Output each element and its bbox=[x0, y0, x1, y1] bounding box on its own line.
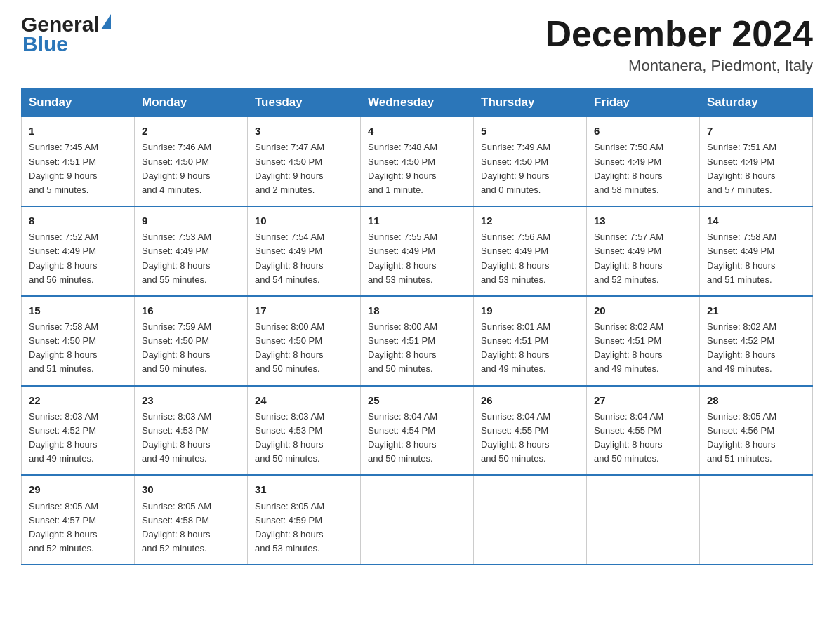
day-sunset: Sunset: 4:50 PM bbox=[142, 335, 209, 346]
day-sunset: Sunset: 4:50 PM bbox=[255, 335, 322, 346]
day-daylight-and: and 50 minutes. bbox=[368, 453, 433, 464]
weekday-header-monday: Monday bbox=[135, 88, 248, 117]
calendar-cell: 25 Sunrise: 8:04 AM Sunset: 4:54 PM Dayl… bbox=[361, 386, 474, 476]
day-number: 20 bbox=[594, 302, 692, 318]
location-subtitle: Montanera, Piedmont, Italy bbox=[545, 57, 813, 75]
day-sunrise: Sunrise: 8:05 AM bbox=[255, 501, 324, 511]
day-sunrise: Sunrise: 7:52 AM bbox=[29, 232, 98, 242]
day-sunset: Sunset: 4:53 PM bbox=[142, 425, 209, 436]
logo-blue-text: Blue bbox=[22, 34, 68, 55]
day-daylight-label: Daylight: 9 hours bbox=[255, 170, 324, 181]
calendar-cell: 28 Sunrise: 8:05 AM Sunset: 4:56 PM Dayl… bbox=[700, 386, 813, 476]
day-daylight-and: and 57 minutes. bbox=[707, 185, 772, 195]
day-daylight-label: Daylight: 9 hours bbox=[29, 170, 98, 181]
day-sunset: Sunset: 4:55 PM bbox=[481, 425, 548, 436]
day-daylight-label: Daylight: 8 hours bbox=[594, 439, 663, 450]
day-daylight-label: Daylight: 8 hours bbox=[368, 260, 437, 271]
day-daylight-label: Daylight: 8 hours bbox=[255, 439, 324, 450]
day-number: 23 bbox=[142, 392, 240, 408]
day-sunrise: Sunrise: 8:03 AM bbox=[142, 411, 211, 422]
day-daylight-and: and 55 minutes. bbox=[142, 274, 207, 285]
day-sunset: Sunset: 4:49 PM bbox=[594, 156, 661, 167]
calendar-cell bbox=[474, 475, 587, 565]
day-daylight-and: and 51 minutes. bbox=[707, 274, 772, 285]
day-sunset: Sunset: 4:52 PM bbox=[707, 335, 774, 346]
day-daylight-and: and 49 minutes. bbox=[594, 363, 659, 374]
day-daylight-and: and 51 minutes. bbox=[707, 453, 772, 464]
day-sunset: Sunset: 4:53 PM bbox=[255, 425, 322, 436]
day-sunset: Sunset: 4:50 PM bbox=[255, 156, 322, 167]
day-daylight-and: and 4 minutes. bbox=[142, 185, 201, 195]
day-number: 22 bbox=[29, 392, 127, 408]
calendar-cell: 31 Sunrise: 8:05 AM Sunset: 4:59 PM Dayl… bbox=[248, 475, 361, 565]
week-row-2: 8 Sunrise: 7:52 AM Sunset: 4:49 PM Dayli… bbox=[22, 206, 813, 296]
day-daylight-label: Daylight: 8 hours bbox=[142, 349, 211, 360]
day-sunset: Sunset: 4:49 PM bbox=[29, 246, 96, 256]
calendar-cell bbox=[587, 475, 700, 565]
day-sunrise: Sunrise: 8:02 AM bbox=[707, 321, 776, 332]
calendar-cell: 15 Sunrise: 7:58 AM Sunset: 4:50 PM Dayl… bbox=[22, 296, 135, 386]
weekday-header-thursday: Thursday bbox=[474, 88, 587, 117]
day-number: 9 bbox=[142, 213, 240, 229]
header: General Blue December 2024 Montanera, Pi… bbox=[21, 14, 813, 75]
day-number: 17 bbox=[255, 302, 353, 318]
day-number: 31 bbox=[255, 481, 353, 497]
day-daylight-label: Daylight: 8 hours bbox=[481, 439, 550, 450]
day-sunrise: Sunrise: 7:55 AM bbox=[368, 232, 437, 242]
day-sunrise: Sunrise: 8:01 AM bbox=[481, 321, 550, 332]
day-sunrise: Sunrise: 7:46 AM bbox=[142, 142, 211, 152]
week-row-4: 22 Sunrise: 8:03 AM Sunset: 4:52 PM Dayl… bbox=[22, 386, 813, 476]
day-daylight-and: and 53 minutes. bbox=[255, 543, 320, 554]
day-sunset: Sunset: 4:50 PM bbox=[142, 156, 209, 167]
day-sunset: Sunset: 4:49 PM bbox=[481, 246, 548, 256]
day-number: 2 bbox=[142, 123, 240, 139]
day-number: 18 bbox=[368, 302, 466, 318]
calendar-cell: 7 Sunrise: 7:51 AM Sunset: 4:49 PM Dayli… bbox=[700, 117, 813, 206]
calendar-cell: 16 Sunrise: 7:59 AM Sunset: 4:50 PM Dayl… bbox=[135, 296, 248, 386]
day-sunrise: Sunrise: 7:47 AM bbox=[255, 142, 324, 152]
day-sunrise: Sunrise: 7:49 AM bbox=[481, 142, 550, 152]
day-number: 25 bbox=[368, 392, 466, 408]
day-daylight-and: and 56 minutes. bbox=[29, 274, 94, 285]
day-daylight-label: Daylight: 8 hours bbox=[707, 170, 776, 181]
day-sunset: Sunset: 4:55 PM bbox=[594, 425, 661, 436]
day-sunrise: Sunrise: 8:04 AM bbox=[368, 411, 437, 422]
day-daylight-label: Daylight: 8 hours bbox=[594, 349, 663, 360]
day-sunset: Sunset: 4:51 PM bbox=[481, 335, 548, 346]
day-daylight-and: and 0 minutes. bbox=[481, 185, 541, 195]
day-sunrise: Sunrise: 8:04 AM bbox=[594, 411, 663, 422]
day-daylight-label: Daylight: 8 hours bbox=[368, 439, 437, 450]
day-daylight-and: and 52 minutes. bbox=[29, 543, 94, 554]
day-daylight-and: and 50 minutes. bbox=[255, 453, 320, 464]
day-sunset: Sunset: 4:49 PM bbox=[255, 246, 322, 256]
day-sunset: Sunset: 4:49 PM bbox=[142, 246, 209, 256]
day-sunrise: Sunrise: 7:57 AM bbox=[594, 232, 663, 242]
day-sunrise: Sunrise: 8:03 AM bbox=[29, 411, 98, 422]
day-sunrise: Sunrise: 8:05 AM bbox=[707, 411, 776, 422]
day-number: 13 bbox=[594, 213, 692, 229]
day-sunset: Sunset: 4:57 PM bbox=[29, 515, 96, 525]
day-daylight-and: and 58 minutes. bbox=[594, 185, 659, 195]
day-daylight-label: Daylight: 9 hours bbox=[481, 170, 550, 181]
day-sunrise: Sunrise: 8:05 AM bbox=[142, 501, 211, 511]
day-sunset: Sunset: 4:49 PM bbox=[594, 246, 661, 256]
day-sunset: Sunset: 4:50 PM bbox=[481, 156, 548, 167]
day-daylight-label: Daylight: 8 hours bbox=[707, 439, 776, 450]
day-daylight-label: Daylight: 8 hours bbox=[29, 349, 98, 360]
day-daylight-and: and 52 minutes. bbox=[142, 543, 207, 554]
weekday-header-row: SundayMondayTuesdayWednesdayThursdayFrid… bbox=[22, 88, 813, 117]
calendar-cell: 12 Sunrise: 7:56 AM Sunset: 4:49 PM Dayl… bbox=[474, 206, 587, 296]
calendar-table: SundayMondayTuesdayWednesdayThursdayFrid… bbox=[21, 88, 813, 565]
calendar-cell: 1 Sunrise: 7:45 AM Sunset: 4:51 PM Dayli… bbox=[22, 117, 135, 206]
day-daylight-label: Daylight: 8 hours bbox=[594, 260, 663, 271]
day-daylight-label: Daylight: 8 hours bbox=[29, 529, 98, 539]
day-daylight-label: Daylight: 8 hours bbox=[255, 529, 324, 539]
day-number: 1 bbox=[29, 123, 127, 139]
day-daylight-and: and 50 minutes. bbox=[142, 363, 207, 374]
day-daylight-and: and 49 minutes. bbox=[707, 363, 772, 374]
weekday-header-wednesday: Wednesday bbox=[361, 88, 474, 117]
month-title: December 2024 bbox=[545, 14, 813, 54]
day-number: 27 bbox=[594, 392, 692, 408]
day-daylight-label: Daylight: 8 hours bbox=[707, 260, 776, 271]
calendar-cell: 18 Sunrise: 8:00 AM Sunset: 4:51 PM Dayl… bbox=[361, 296, 474, 386]
